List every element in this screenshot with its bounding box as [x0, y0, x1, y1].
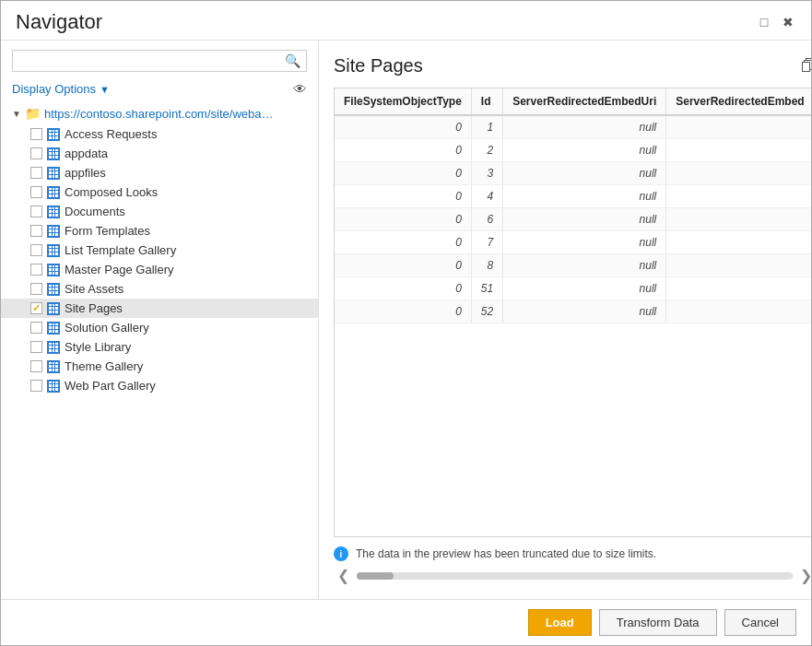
tree-item-theme-gallery[interactable]: Theme Gallery — [1, 357, 318, 376]
maximize-button[interactable]: ✖ — [780, 14, 796, 30]
tree-item-access-requests[interactable]: Access Requests — [1, 124, 318, 144]
panel-action-icon[interactable]: 🗍 — [801, 58, 811, 75]
tree-item-master-page-gallery[interactable]: Master Page Gallery — [1, 260, 318, 279]
cell-id: 3 — [471, 162, 502, 185]
cell-id: 4 — [471, 185, 502, 208]
checkbox-form-templates[interactable] — [30, 225, 42, 237]
checkbox-web-part-gallery[interactable] — [30, 380, 42, 392]
tree-item-site-assets[interactable]: Site Assets — [1, 279, 318, 299]
nav-action-icon[interactable]: 👁 — [293, 81, 307, 97]
list-icon-access-requests — [47, 128, 60, 141]
tree-item-site-pages[interactable]: ✓ Site Pages — [1, 299, 318, 318]
cell-uri: null — [503, 208, 666, 231]
list-icon-site-assets — [47, 283, 60, 296]
tree-item-appdata[interactable]: appdata — [1, 144, 318, 163]
checkbox-solution-gallery[interactable] — [30, 322, 42, 334]
tree-item-solution-gallery[interactable]: Solution Gallery — [1, 318, 318, 337]
tree-item-composed-looks[interactable]: Composed Looks — [1, 182, 318, 202]
display-options-row: Display Options ▼ 👁 — [1, 79, 318, 102]
tree-item-documents[interactable]: Documents — [1, 202, 318, 221]
cell-id: 8 — [471, 254, 502, 277]
scroll-right-button[interactable]: ❯ — [796, 567, 811, 584]
checkbox-style-library[interactable] — [30, 341, 42, 353]
cell-fs-type: 0 — [335, 277, 471, 300]
cell-fs-type: 0 — [335, 115, 471, 139]
tree-items-container: Access Requests appdata appfiles Compose… — [1, 124, 318, 395]
table-header-row: FileSystemObjectType Id ServerRedirected… — [335, 88, 811, 115]
data-table-wrapper[interactable]: FileSystemObjectType Id ServerRedirected… — [334, 88, 811, 537]
grid-icon — [47, 244, 60, 257]
checkbox-site-pages[interactable]: ✓ — [30, 302, 42, 314]
scroll-left-button[interactable]: ❮ — [334, 567, 353, 584]
load-button[interactable]: Load — [528, 609, 592, 636]
list-icon-style-library — [47, 341, 60, 354]
checkbox-documents[interactable] — [30, 206, 42, 217]
check-mark: ✓ — [32, 302, 41, 314]
transform-data-button[interactable]: Transform Data — [599, 609, 717, 636]
cell-uri: null — [503, 231, 666, 254]
tree-item-list-template-gallery[interactable]: List Template Gallery — [1, 241, 318, 260]
grid-icon — [47, 322, 60, 335]
checkbox-list-template-gallery[interactable] — [30, 244, 42, 256]
grid-icon — [47, 147, 60, 160]
checkbox-master-page-gallery[interactable] — [30, 264, 42, 276]
checkbox-theme-gallery[interactable] — [30, 360, 42, 372]
data-table: FileSystemObjectType Id ServerRedirected… — [335, 88, 811, 323]
table-row: 0 2 null — [335, 139, 811, 162]
cell-embed — [666, 162, 811, 185]
cell-fs-type: 0 — [335, 162, 471, 185]
checkbox-composed-looks[interactable] — [30, 186, 42, 198]
cell-id: 7 — [471, 231, 502, 254]
cell-id: 2 — [471, 139, 502, 162]
info-icon: i — [334, 546, 348, 561]
tree-item-appfiles[interactable]: appfiles — [1, 163, 318, 182]
cell-uri: null — [503, 254, 666, 277]
data-panel: Site Pages 🗍 FileSystemObjectType Id Ser… — [319, 41, 811, 599]
cell-embed — [666, 185, 811, 208]
cell-id: 6 — [471, 208, 502, 231]
tree-item-form-templates[interactable]: Form Templates — [1, 221, 318, 241]
grid-icon — [47, 167, 60, 180]
item-label-style-library: Style Library — [65, 340, 131, 354]
grid-icon — [47, 225, 60, 238]
search-input[interactable] — [18, 54, 285, 68]
checkbox-appfiles[interactable] — [30, 167, 42, 179]
item-label-web-part-gallery: Web Part Gallery — [65, 379, 156, 393]
cell-fs-type: 0 — [335, 185, 471, 208]
cell-uri: null — [503, 162, 666, 185]
item-label-site-assets: Site Assets — [65, 282, 124, 296]
item-label-appdata: appdata — [65, 147, 108, 160]
tree-item-style-library[interactable]: Style Library — [1, 337, 318, 357]
display-options-button[interactable]: Display Options ▼ — [12, 82, 110, 96]
cell-fs-type: 0 — [335, 208, 471, 231]
cell-uri: null — [503, 185, 666, 208]
cell-embed — [666, 115, 811, 139]
table-row: 0 8 null — [335, 254, 811, 277]
scroll-thumb[interactable] — [357, 572, 394, 580]
item-label-composed-looks: Composed Looks — [65, 185, 158, 199]
grid-icon — [47, 206, 60, 218]
tree-root-node[interactable]: ▼ 📁 https://contoso.sharepoint.com/site/… — [1, 102, 318, 124]
table-row: 0 3 null — [335, 162, 811, 185]
checkbox-site-assets[interactable] — [30, 283, 42, 295]
minimize-button[interactable]: □ — [756, 14, 772, 30]
scroll-track[interactable] — [357, 572, 793, 580]
tree-item-web-part-gallery[interactable]: Web Part Gallery — [1, 376, 318, 395]
tree-view: ▼ 📁 https://contoso.sharepoint.com/site/… — [1, 102, 318, 590]
cancel-button[interactable]: Cancel — [724, 609, 796, 636]
col-server-redirected-embed-uri: ServerRedirectedEmbedUri — [503, 88, 666, 115]
search-bar[interactable]: 🔍 — [12, 50, 307, 72]
list-icon-solution-gallery — [47, 322, 60, 335]
grid-icon — [47, 302, 60, 315]
dialog-title: Navigator — [16, 10, 102, 34]
table-body: 0 1 null 0 2 null 0 3 null 0 4 null 0 6 … — [335, 115, 811, 323]
horizontal-scrollbar[interactable]: ❮ ❯ — [334, 561, 811, 590]
list-icon-appfiles — [47, 167, 60, 180]
list-icon-composed-looks — [47, 186, 60, 199]
cell-uri: null — [503, 115, 666, 139]
checkbox-appdata[interactable] — [30, 147, 42, 159]
checkbox-access-requests[interactable] — [30, 128, 42, 140]
cell-fs-type: 0 — [335, 231, 471, 254]
main-content: 🔍 Display Options ▼ 👁 ▼ 📁 https://contos… — [1, 41, 811, 599]
panel-header: Site Pages 🗍 — [334, 55, 811, 76]
